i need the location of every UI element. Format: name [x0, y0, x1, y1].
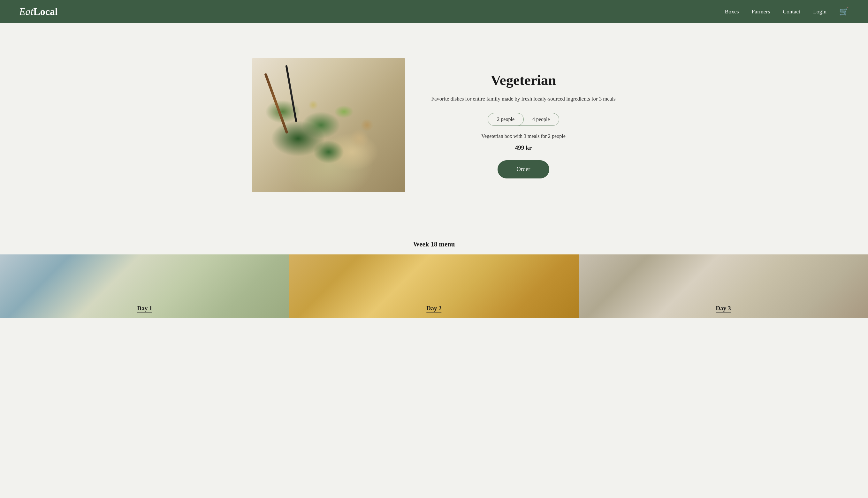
site-header: EatLocal Boxes Farmers Contact Login 🛒 [0, 0, 868, 23]
hero-content: Vegeterian Favorite dishes for entire fa… [431, 72, 616, 179]
product-description: Favorite dishes for entire family made b… [431, 95, 616, 103]
nav-contact[interactable]: Contact [783, 8, 800, 15]
product-price: 499 kr [431, 144, 616, 151]
nav-boxes[interactable]: Boxes [725, 8, 739, 15]
week-section: Week 18 menu [0, 227, 868, 248]
main-nav: Boxes Farmers Contact Login 🛒 [725, 7, 849, 16]
hero-image-inner [252, 58, 405, 192]
days-grid: Day 1 Day 2 Day 3 [0, 254, 868, 318]
day-card-2: Day 2 [289, 254, 579, 318]
box-subtitle: Vegeterian box with 3 meals for 2 people [431, 133, 616, 139]
people-option-2[interactable]: 2 people [488, 113, 524, 126]
week-title: Week 18 menu [19, 240, 849, 248]
nav-farmers[interactable]: Farmers [752, 8, 770, 15]
day-2-label: Day 2 [426, 305, 441, 313]
people-selector: 2 people 4 people [488, 113, 559, 126]
hero-section: Vegeterian Favorite dishes for entire fa… [0, 23, 868, 227]
day-3-label: Day 3 [716, 305, 731, 313]
day-1-label: Day 1 [137, 305, 152, 313]
day-card-3: Day 3 [579, 254, 868, 318]
day-card-1: Day 1 [0, 254, 289, 318]
order-button[interactable]: Order [497, 160, 549, 179]
logo-local-text: Local [33, 6, 57, 17]
divider [19, 234, 849, 234]
product-title: Vegeterian [431, 72, 616, 89]
cart-icon[interactable]: 🛒 [839, 7, 849, 16]
hero-food-image [252, 58, 405, 192]
logo-eat-text: Eat [19, 6, 33, 17]
nav-login[interactable]: Login [813, 8, 827, 15]
logo: EatLocal [19, 6, 58, 17]
people-option-4[interactable]: 4 people [523, 113, 559, 126]
